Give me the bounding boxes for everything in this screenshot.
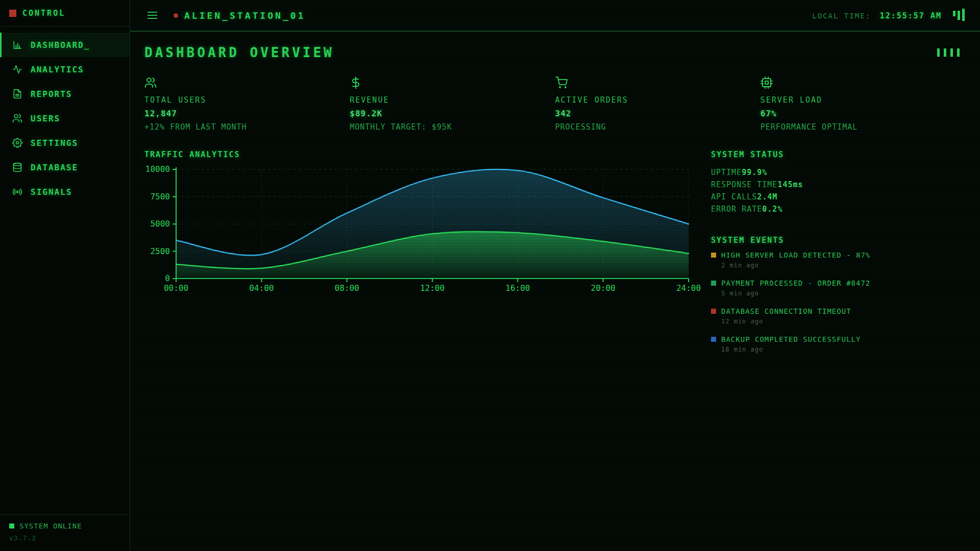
brand-logo-square (9, 10, 16, 17)
equalizer-bars-icon (937, 48, 960, 57)
dollar-icon (350, 77, 555, 91)
event-title: HIGH SERVER LOAD DETECTED - 87% (721, 251, 870, 259)
event-item: DATABASE CONNECTION TIMEOUT 12 min ago (711, 307, 966, 325)
event-time: 18 min ago (721, 346, 966, 353)
stat-subtext: +12% FROM LAST MONTH (144, 122, 350, 132)
traffic-analytics-section: TRAFFIC ANALYTICS 02500500075001000000:0… (144, 150, 699, 363)
file-text-icon (12, 89, 22, 99)
cpu-icon (761, 77, 966, 91)
sidebar-item-label: REPORTS (31, 89, 72, 99)
system-panel: SYSTEM STATUS UPTIME99.9% RESPONSE TIME1… (711, 150, 966, 363)
radio-icon (12, 187, 22, 197)
sidebar-footer: SYSTEM ONLINE v3.7.2 (0, 514, 130, 551)
stat-value: 12,847 (144, 109, 350, 118)
event-item: PAYMENT PROCESSED - ORDER #8472 5 min ag… (711, 279, 966, 297)
bar-chart-icon (12, 40, 22, 50)
svg-text:20:00: 20:00 (591, 283, 616, 293)
sidebar-item-label: USERS (31, 114, 60, 123)
activity-icon (12, 64, 22, 74)
local-time: LOCAL TIME: 12:55:57 AM (812, 11, 942, 20)
app-version: v3.7.2 (9, 534, 120, 542)
database-icon (12, 162, 22, 172)
event-severity-square (711, 337, 716, 342)
sidebar-item-users[interactable]: USERS (0, 106, 130, 131)
stat-label: ACTIVE ORDERS (555, 95, 761, 105)
signal-bars-icon (953, 9, 965, 22)
sidebar-item-reports[interactable]: REPORTS (0, 82, 130, 106)
stat-card-active-orders: ACTIVE ORDERS 342 PROCESSING (555, 77, 761, 132)
event-time: 5 min ago (721, 290, 966, 297)
svg-text:00:00: 00:00 (164, 283, 188, 293)
stat-subtext: MONTHLY TARGET: $95K (350, 122, 555, 132)
stat-label: REVENUE (350, 95, 555, 105)
stat-label: TOTAL USERS (144, 95, 350, 105)
chart-title: TRAFFIC ANALYTICS (144, 150, 699, 159)
cart-icon (555, 77, 761, 91)
users-icon (144, 77, 350, 91)
svg-text:5000: 5000 (150, 219, 170, 229)
system-events-title: SYSTEM EVENTS (711, 236, 966, 245)
stat-cards: TOTAL USERS 12,847 +12% FROM LAST MONTH … (144, 77, 966, 132)
system-online-label: SYSTEM ONLINE (19, 522, 82, 530)
station-status-dot (174, 13, 178, 18)
gear-icon (12, 138, 22, 148)
topbar: ALIEN_STATION_01 LOCAL TIME: 12:55:57 AM (130, 0, 980, 32)
sidebar-item-dashboard[interactable]: DASHBOARD_ (0, 33, 130, 57)
event-title: PAYMENT PROCESSED - ORDER #8472 (721, 279, 870, 287)
sidebar-item-analytics[interactable]: ANALYTICS (0, 57, 130, 82)
event-title: BACKUP COMPLETED SUCCESSFULLY (721, 335, 861, 343)
sidebar-item-database[interactable]: DATABASE (0, 155, 130, 180)
system-status-list: UPTIME99.9% RESPONSE TIME145ms API CALLS… (711, 166, 966, 215)
system-events-list: HIGH SERVER LOAD DETECTED - 87% 2 min ag… (711, 251, 966, 353)
sidebar-item-label: SETTINGS (31, 138, 78, 148)
status-row-response-time: RESPONSE TIME145ms (711, 179, 966, 191)
local-time-label: LOCAL TIME: (812, 12, 871, 20)
sidebar-item-settings[interactable]: SETTINGS (0, 131, 130, 155)
sidebar-item-label: DASHBOARD_ (31, 40, 90, 50)
svg-text:24:00: 24:00 (676, 283, 701, 293)
sidebar-item-label: ANALYTICS (31, 65, 84, 74)
stat-label: SERVER LOAD (761, 95, 966, 105)
svg-text:12:00: 12:00 (420, 283, 445, 293)
event-severity-square (711, 281, 716, 286)
event-time: 12 min ago (721, 318, 966, 325)
event-time: 2 min ago (721, 262, 966, 269)
local-time-value: 12:55:57 AM (880, 11, 942, 20)
stat-subtext: PROCESSING (555, 122, 761, 132)
status-row-error-rate: ERROR RATE0.2% (711, 203, 966, 215)
event-severity-square (711, 253, 716, 258)
station-title: ALIEN_STATION_01 (184, 10, 305, 21)
sidebar-nav: DASHBOARD_ ANALYTICS REPORTS USERS SETTI… (0, 27, 130, 514)
svg-text:08:00: 08:00 (335, 283, 359, 293)
svg-text:0: 0 (165, 273, 170, 283)
stat-card-total-users: TOTAL USERS 12,847 +12% FROM LAST MONTH (144, 77, 350, 132)
svg-text:7500: 7500 (150, 192, 170, 202)
event-severity-square (711, 309, 716, 314)
system-status-title: SYSTEM STATUS (711, 150, 966, 159)
users-icon (12, 113, 22, 123)
brand-name: CONTROL (22, 9, 65, 18)
svg-text:16:00: 16:00 (505, 283, 530, 293)
stat-card-server-load: SERVER LOAD 67% PERFORMANCE OPTIMAL (761, 77, 966, 132)
menu-icon[interactable] (145, 10, 159, 21)
svg-text:2500: 2500 (150, 246, 170, 256)
dashboard-content: DASHBOARD OVERVIEW TOTAL USERS 12,847 +1… (130, 32, 980, 551)
sidebar: CONTROL DASHBOARD_ ANALYTICS REPORTS USE… (0, 0, 130, 551)
stat-value: 342 (555, 109, 761, 118)
stat-value: 67% (761, 109, 966, 118)
sidebar-item-label: SIGNALS (31, 187, 72, 197)
stat-value: $89.2K (350, 109, 555, 118)
main-area: ALIEN_STATION_01 LOCAL TIME: 12:55:57 AM… (130, 0, 980, 551)
svg-text:04:00: 04:00 (249, 283, 274, 293)
page-title: DASHBOARD OVERVIEW (144, 45, 334, 60)
status-row-uptime: UPTIME99.9% (711, 166, 966, 179)
event-item: HIGH SERVER LOAD DETECTED - 87% 2 min ag… (711, 251, 966, 269)
svg-text:10000: 10000 (145, 164, 170, 174)
traffic-chart-svg: 02500500075001000000:0004:0008:0012:0016… (144, 162, 699, 297)
brand-header: CONTROL (0, 0, 130, 27)
sidebar-item-label: DATABASE (31, 163, 78, 172)
stat-card-revenue: REVENUE $89.2K MONTHLY TARGET: $95K (350, 77, 555, 132)
status-row-api-calls: API CALLS2.4M (711, 191, 966, 203)
system-online-indicator (9, 523, 14, 529)
sidebar-item-signals[interactable]: SIGNALS (0, 180, 130, 204)
